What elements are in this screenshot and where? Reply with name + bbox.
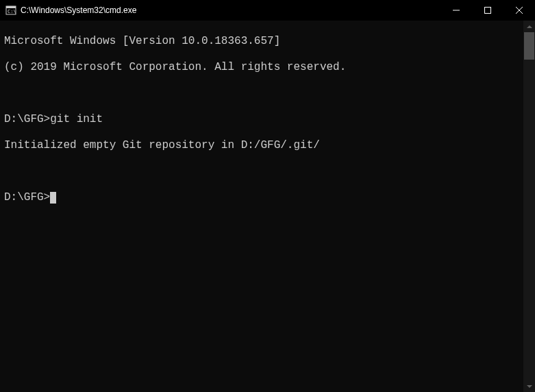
scroll-thumb[interactable]: [524, 32, 534, 60]
console-line: (c) 2019 Microsoft Corporation. All righ…: [4, 61, 519, 74]
minimize-button[interactable]: [440, 0, 472, 21]
scroll-up-arrow-icon[interactable]: [523, 21, 535, 32]
maximize-button[interactable]: [472, 0, 503, 21]
cmd-icon: C:\: [5, 5, 16, 16]
svg-rect-4: [485, 8, 491, 14]
console-prompt-line: D:\GFG>git init: [4, 113, 519, 126]
prompt-text: D:\GFG>: [4, 191, 50, 204]
vertical-scrollbar[interactable]: [523, 21, 535, 392]
console-blank: [4, 165, 519, 178]
console-line: Initialized empty Git repository in D:/G…: [4, 139, 519, 152]
svg-text:C:\: C:\: [8, 9, 16, 14]
window-title: C:\Windows\System32\cmd.exe: [21, 5, 142, 15]
prompt-text: D:\GFG>: [4, 113, 50, 125]
scroll-down-arrow-icon[interactable]: [523, 380, 535, 392]
console-line: Microsoft Windows [Version 10.0.18363.65…: [4, 35, 519, 48]
svg-rect-1: [6, 6, 16, 8]
window-controls: [440, 0, 535, 21]
close-button[interactable]: [503, 0, 535, 21]
svg-marker-7: [527, 25, 532, 28]
console-blank: [4, 87, 519, 100]
text-cursor: [50, 192, 56, 204]
command-text: git init: [50, 113, 103, 125]
console-output[interactable]: Microsoft Windows [Version 10.0.18363.65…: [0, 21, 523, 392]
console-prompt-line: D:\GFG>: [4, 191, 519, 204]
window-titlebar: C:\ C:\Windows\System32\cmd.exe: [0, 0, 535, 21]
console-area: Microsoft Windows [Version 10.0.18363.65…: [0, 21, 535, 392]
svg-marker-8: [527, 385, 532, 388]
